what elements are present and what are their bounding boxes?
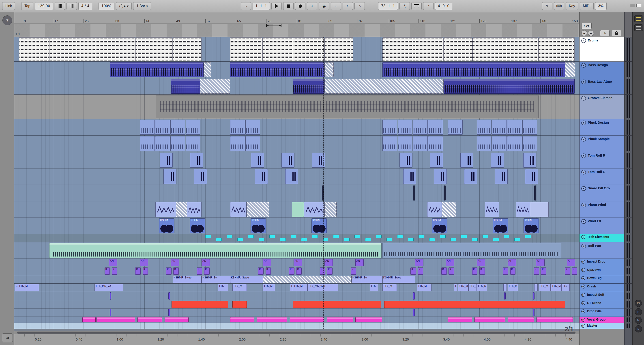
clip[interactable]	[354, 235, 360, 238]
clip[interactable]	[19, 38, 49, 61]
clip[interactable]	[493, 238, 499, 241]
clip[interactable]: AI	[536, 259, 544, 266]
clip[interactable]: TTS_M	[508, 284, 518, 291]
clip[interactable]	[427, 202, 442, 217]
clip[interactable]	[491, 153, 504, 168]
automation-arm-button[interactable]: ◉	[319, 2, 329, 10]
clip[interactable]	[508, 317, 534, 322]
unfold-icon[interactable]: ▶	[581, 324, 585, 328]
track-header-tom-roll-r[interactable]: ▼Tom Roll R	[580, 152, 624, 168]
clip[interactable]	[382, 136, 397, 151]
unfold-icon[interactable]: ▶	[581, 268, 585, 272]
clip[interactable]: TTS_M	[551, 284, 561, 291]
track-header-bass-design[interactable]: ▼Bass Design	[580, 62, 624, 78]
clip[interactable]	[333, 235, 339, 238]
clip[interactable]: K	[503, 267, 508, 275]
clip[interactable]: AN	[446, 259, 454, 266]
lane-pluck-design[interactable]	[14, 119, 579, 136]
track-header-tech-elements[interactable]: ≡Tech Elements	[580, 234, 624, 242]
clip[interactable]: KSHMR_Swee	[173, 276, 202, 283]
clip[interactable]: KSHM	[432, 218, 448, 233]
beat-label[interactable]: 113	[418, 19, 425, 23]
arrangement-position-field[interactable]: 1. 1. 1	[252, 2, 270, 10]
clip[interactable]	[464, 169, 477, 184]
clip[interactable]	[428, 120, 443, 135]
clip[interactable]	[397, 235, 403, 238]
clip[interactable]	[522, 136, 537, 151]
fold-icon[interactable]: ▼	[581, 203, 586, 207]
clip[interactable]	[312, 235, 318, 238]
clip[interactable]	[376, 235, 382, 238]
clip[interactable]: K	[104, 267, 110, 275]
tempo-field[interactable]: 129.00	[35, 2, 53, 10]
unfold-icon[interactable]: ▶	[581, 284, 585, 288]
clip[interactable]	[504, 235, 510, 238]
clip[interactable]: AI	[567, 259, 575, 266]
track-header-snare-fill-gro[interactable]: ▼Snare Fill Gro	[580, 185, 624, 201]
clip[interactable]	[194, 169, 207, 184]
clip[interactable]	[382, 120, 397, 135]
key-map-button[interactable]: Key	[566, 2, 578, 10]
loop-button[interactable]	[411, 2, 422, 10]
lane-bell-pan[interactable]	[14, 242, 579, 259]
clip[interactable]	[49, 38, 95, 61]
clip[interactable]	[516, 202, 530, 217]
clip[interactable]: K	[258, 267, 264, 275]
stop-button[interactable]	[283, 2, 294, 10]
track-header-st-drone[interactable]: ▶ST Drone	[580, 300, 624, 308]
clip[interactable]	[110, 62, 204, 77]
lane-impact-soft[interactable]	[14, 292, 579, 300]
clip[interactable]	[495, 169, 508, 184]
lane-impact-drop[interactable]: ANANANANANANANANANANANAIAIAI	[14, 259, 579, 267]
clip[interactable]: T	[504, 284, 507, 291]
beat-label[interactable]: 81	[297, 19, 302, 23]
lane-pluck-sample[interactable]	[14, 136, 579, 152]
clip[interactable]: K	[480, 267, 485, 275]
clip[interactable]	[522, 120, 537, 135]
clip[interactable]	[291, 235, 296, 238]
track-header-drums[interactable]: ≡Drums	[580, 37, 624, 62]
computer-midi-keyboard-button[interactable]: ⌨	[554, 2, 564, 10]
track-header-drop-fills[interactable]: ▶Drop Fills	[580, 308, 624, 317]
clip[interactable]	[255, 169, 268, 184]
clip[interactable]: TTS	[561, 284, 570, 291]
clip[interactable]	[444, 38, 472, 61]
clip[interactable]: K	[173, 267, 179, 275]
track-header-impact-drop[interactable]: ▶Impact Drop	[580, 259, 624, 267]
clip[interactable]	[324, 202, 336, 217]
clip[interactable]	[440, 235, 446, 238]
lane-tom-roll-l[interactable]	[14, 168, 579, 185]
tap-tempo-button[interactable]: Tap	[21, 2, 33, 10]
clip[interactable]	[533, 292, 535, 299]
clip[interactable]: K	[441, 267, 447, 275]
scrub-area[interactable]: ▷ 1	[14, 24, 579, 37]
clip[interactable]	[282, 153, 294, 168]
lane-tom-roll-r[interactable]	[14, 152, 579, 168]
group-icon[interactable]: ≡	[581, 38, 586, 43]
punch-out-button[interactable]: ∕	[423, 2, 434, 10]
clip[interactable]	[504, 292, 506, 299]
clip[interactable]	[230, 317, 254, 322]
clip[interactable]	[293, 38, 324, 61]
clip[interactable]: TTS_M	[458, 284, 468, 291]
loop-length-field[interactable]: 4. 0. 0	[435, 2, 452, 10]
clip[interactable]	[413, 292, 415, 299]
clip[interactable]	[285, 169, 298, 184]
clip[interactable]	[230, 62, 325, 77]
unfold-icon[interactable]: ▶	[581, 260, 585, 264]
clip[interactable]: TTS_M	[538, 284, 550, 291]
clip[interactable]	[382, 243, 561, 258]
horizontal-scrollbar[interactable]	[14, 331, 579, 334]
clip[interactable]: K	[197, 267, 202, 275]
overview-toggle-button[interactable]: ▼	[2, 16, 12, 25]
clip[interactable]: K	[204, 267, 210, 275]
clip[interactable]	[523, 153, 536, 168]
track-header-down-big[interactable]: ▶Down Big	[580, 275, 624, 284]
clip[interactable]	[408, 238, 414, 241]
clip[interactable]: TTS_M	[263, 284, 275, 291]
clip[interactable]	[155, 120, 170, 135]
clip[interactable]: K	[112, 267, 117, 275]
clip[interactable]	[403, 169, 416, 184]
beat-label[interactable]: 97	[358, 19, 363, 23]
clip[interactable]	[204, 62, 212, 77]
